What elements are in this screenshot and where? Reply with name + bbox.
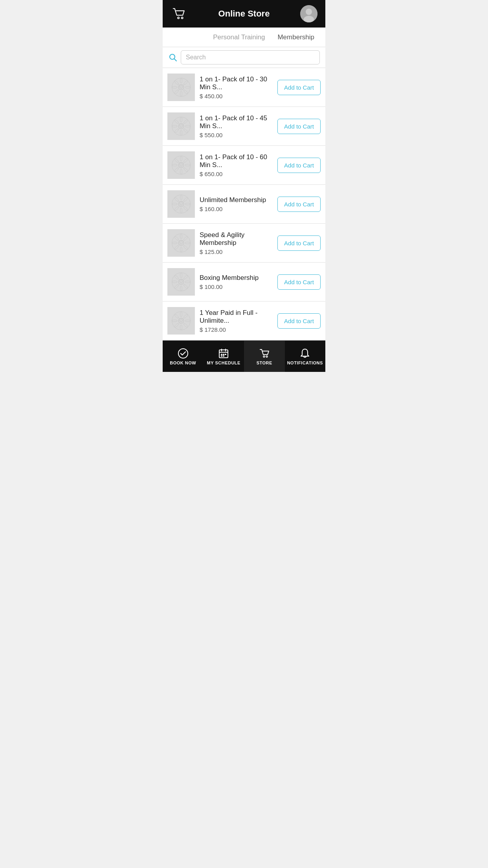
svg-point-70 xyxy=(183,284,188,289)
svg-point-54 xyxy=(180,234,182,239)
svg-point-24 xyxy=(185,125,190,127)
svg-rect-92 xyxy=(221,355,222,357)
svg-point-28 xyxy=(174,128,179,133)
svg-point-50 xyxy=(174,206,179,211)
user-avatar-button[interactable] xyxy=(299,4,318,23)
svg-point-27 xyxy=(183,119,188,124)
svg-point-21 xyxy=(180,117,182,122)
svg-point-81 xyxy=(183,323,188,328)
add-to-cart-button[interactable]: Add to Cart xyxy=(277,80,321,95)
svg-point-78 xyxy=(172,320,177,322)
svg-point-94 xyxy=(263,356,265,357)
svg-point-3 xyxy=(306,9,312,15)
svg-point-48 xyxy=(183,206,188,211)
svg-point-49 xyxy=(183,197,188,202)
svg-point-79 xyxy=(185,320,190,322)
nav-notifications[interactable]: NOTIFICATIONS xyxy=(285,341,326,372)
product-name: 1 Year Paid in Full - Unlimite... xyxy=(200,309,277,325)
product-name: 1 on 1- Pack of 10 - 45 Min S... xyxy=(200,114,277,130)
add-to-cart-button[interactable]: Add to Cart xyxy=(277,158,321,173)
svg-point-80 xyxy=(174,314,179,319)
product-price: $ 1728.00 xyxy=(200,326,277,333)
calendar-icon xyxy=(218,348,229,359)
svg-point-55 xyxy=(180,247,182,252)
mandala-icon xyxy=(171,194,191,214)
cart-button[interactable] xyxy=(170,4,189,23)
avatar xyxy=(300,5,317,22)
svg-point-67 xyxy=(172,281,177,283)
search-input[interactable] xyxy=(181,50,320,64)
nav-book-now[interactable]: BOOK NOW xyxy=(163,341,204,372)
product-price: $ 160.00 xyxy=(200,206,277,212)
list-item: Boxing Membership $ 100.00 Add to Cart xyxy=(163,263,325,302)
product-thumbnail xyxy=(167,268,195,296)
product-list: 1 on 1- Pack of 10 - 30 Min S... $ 450.0… xyxy=(163,68,325,340)
app-header: Online Store xyxy=(163,0,325,28)
svg-point-23 xyxy=(172,125,177,127)
svg-point-65 xyxy=(180,273,182,278)
svg-point-1 xyxy=(182,17,183,18)
svg-point-39 xyxy=(174,167,179,172)
avatar-icon xyxy=(300,5,317,22)
nav-store-label: STORE xyxy=(257,360,272,365)
svg-point-34 xyxy=(172,164,177,166)
product-info: 1 on 1- Pack of 10 - 45 Min S... $ 550.0… xyxy=(200,114,277,138)
svg-point-60 xyxy=(183,236,188,241)
product-thumbnail xyxy=(167,74,195,101)
svg-point-17 xyxy=(174,89,179,94)
svg-rect-91 xyxy=(225,354,226,355)
add-to-cart-button[interactable]: Add to Cart xyxy=(277,274,321,290)
tab-personal-training[interactable]: Personal Training xyxy=(207,29,271,46)
product-name: Boxing Membership xyxy=(200,274,277,282)
list-item: 1 Year Paid in Full - Unlimite... $ 1728… xyxy=(163,302,325,340)
svg-point-44 xyxy=(180,208,182,213)
svg-point-84 xyxy=(178,349,188,358)
svg-point-33 xyxy=(180,169,182,174)
mandala-icon xyxy=(171,272,191,292)
svg-point-56 xyxy=(172,242,177,244)
nav-store[interactable]: STORE xyxy=(244,341,285,372)
product-info: Speed & Agility Membership $ 125.00 xyxy=(200,231,277,255)
svg-point-0 xyxy=(178,17,179,18)
svg-point-58 xyxy=(174,236,179,241)
svg-point-12 xyxy=(172,86,177,88)
product-info: Unlimited Membership $ 160.00 xyxy=(200,196,277,212)
svg-point-61 xyxy=(174,245,179,250)
svg-point-46 xyxy=(185,203,190,205)
search-bar xyxy=(163,47,325,68)
bell-icon xyxy=(299,348,310,359)
svg-point-83 xyxy=(174,323,179,328)
cart-icon xyxy=(172,6,187,21)
product-info: 1 Year Paid in Full - Unlimite... $ 1728… xyxy=(200,309,277,333)
bottom-nav: BOOK NOW MY SCHEDULE STO xyxy=(163,340,325,372)
svg-point-11 xyxy=(180,91,182,96)
tab-membership[interactable]: Membership xyxy=(271,29,321,46)
add-to-cart-button[interactable]: Add to Cart xyxy=(277,119,321,134)
nav-my-schedule[interactable]: MY SCHEDULE xyxy=(204,341,244,372)
product-thumbnail xyxy=(167,112,195,140)
svg-rect-90 xyxy=(223,354,224,355)
add-to-cart-button[interactable]: Add to Cart xyxy=(277,313,321,329)
add-to-cart-button[interactable]: Add to Cart xyxy=(277,197,321,212)
product-name: Speed & Agility Membership xyxy=(200,231,277,247)
product-price: $ 650.00 xyxy=(200,171,277,177)
svg-point-14 xyxy=(174,80,179,85)
svg-point-15 xyxy=(183,89,188,94)
svg-rect-89 xyxy=(221,354,222,355)
category-tabs: Personal Training Membership xyxy=(163,28,325,47)
check-circle-icon xyxy=(178,348,189,359)
search-icon xyxy=(168,53,178,62)
svg-point-35 xyxy=(185,164,190,166)
nav-notifications-label: NOTIFICATIONS xyxy=(287,360,323,365)
add-to-cart-button[interactable]: Add to Cart xyxy=(277,235,321,251)
store-cart-icon xyxy=(259,348,270,359)
svg-point-82 xyxy=(183,314,188,319)
svg-line-6 xyxy=(174,59,177,61)
svg-rect-93 xyxy=(223,355,224,357)
page-title: Online Store xyxy=(189,9,299,19)
svg-point-95 xyxy=(266,356,268,357)
svg-point-26 xyxy=(183,128,188,133)
svg-point-69 xyxy=(174,275,179,280)
product-info: 1 on 1- Pack of 10 - 30 Min S... $ 450.0… xyxy=(200,75,277,99)
product-name: 1 on 1- Pack of 10 - 30 Min S... xyxy=(200,75,277,91)
